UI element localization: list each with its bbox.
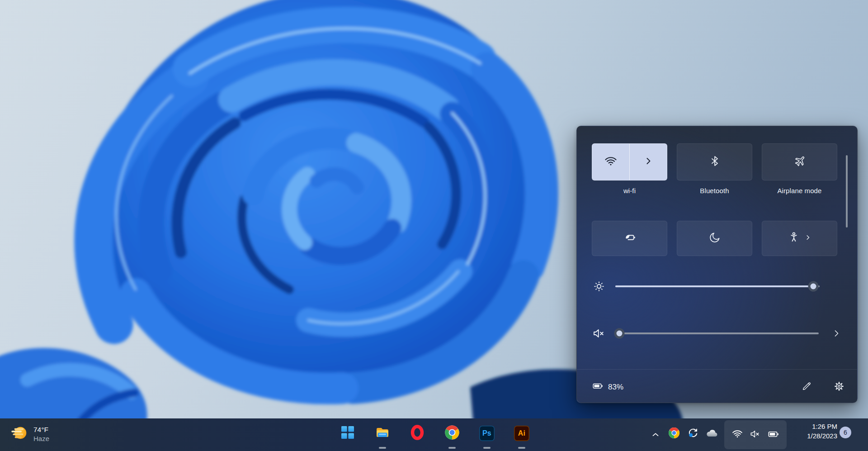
tray-wifi-icon [731, 428, 743, 442]
volume-output-chevron[interactable] [831, 328, 841, 340]
clock-time: 1:26 PM [807, 422, 837, 431]
windows-logo-icon [341, 426, 354, 441]
weather-widget[interactable]: 74°F Haze [11, 424, 49, 443]
night-light-tile[interactable] [677, 221, 752, 256]
wifi-icon [604, 154, 618, 170]
start-button[interactable] [338, 418, 358, 451]
taskbar-illustrator[interactable]: Ai [512, 418, 532, 451]
edit-quick-settings-button[interactable] [801, 381, 812, 392]
taskbar-photoshop[interactable]: Ps [477, 418, 497, 451]
photoshop-icon: Ps [479, 426, 495, 441]
panel-scrollbar[interactable] [846, 155, 848, 228]
chevron-right-icon [643, 156, 653, 168]
volume-thumb[interactable] [614, 328, 625, 339]
accessibility-tile[interactable] [762, 221, 837, 256]
running-indicator [448, 447, 456, 449]
tray-battery-icon [767, 428, 779, 442]
accessibility-expand-chevron[interactable] [804, 234, 811, 243]
accessibility-tile-content [788, 231, 811, 246]
opera-icon [410, 425, 425, 442]
taskbar-file-explorer[interactable] [373, 418, 392, 451]
airplane-icon [793, 154, 807, 170]
brightness-sun-icon [592, 280, 606, 295]
wifi-tile-label: wi-fi [592, 187, 667, 195]
tray-onedrive-cloud-icon[interactable] [705, 428, 719, 441]
settings-gear-button[interactable] [834, 381, 844, 392]
taskbar: 74°F Haze [0, 418, 868, 451]
battery-saver-icon [623, 231, 637, 246]
tray-quick-settings-button[interactable] [724, 420, 787, 449]
taskbar-app-row: Ps Ai [338, 418, 532, 451]
volume-track[interactable] [615, 332, 819, 334]
quick-settings-row-1 [592, 143, 837, 180]
tray-sync-icon[interactable] [687, 427, 699, 441]
taskbar-chrome[interactable] [442, 418, 462, 451]
night-light-icon [708, 231, 721, 246]
quick-settings-labels: wi-fi Bluetooth Airplane mode [592, 187, 837, 195]
brightness-thumb[interactable] [808, 281, 819, 292]
airplane-mode-tile-label: Airplane mode [762, 187, 837, 195]
bluetooth-icon [708, 155, 721, 169]
quick-settings-panel: wi-fi Bluetooth Airplane mode [576, 126, 858, 403]
wifi-toggle[interactable] [592, 144, 629, 180]
volume-slider [592, 325, 837, 342]
quick-settings-footer: 83% [577, 369, 857, 403]
brightness-slider [592, 278, 837, 294]
bluetooth-tile[interactable] [677, 143, 752, 180]
running-indicator [483, 447, 491, 449]
wifi-expand-chevron[interactable] [629, 144, 667, 180]
quick-settings-row-2 [592, 221, 837, 256]
battery-icon [592, 380, 604, 394]
battery-status[interactable]: 83% [592, 380, 623, 394]
notification-count-badge[interactable]: 6 [840, 427, 851, 438]
wifi-tile[interactable] [592, 143, 667, 180]
brightness-track[interactable] [615, 285, 820, 287]
desktop: wi-fi Bluetooth Airplane mode [0, 0, 868, 451]
volume-mute-icon[interactable] [592, 327, 606, 342]
weather-condition: Haze [33, 434, 49, 443]
weather-temperature: 74°F [33, 425, 49, 434]
weather-haze-sun-icon [11, 424, 28, 443]
accessibility-icon [788, 231, 800, 246]
tray-chrome-icon[interactable] [668, 427, 680, 441]
illustrator-icon: Ai [514, 426, 529, 441]
running-indicator [379, 447, 386, 449]
taskbar-opera[interactable] [407, 418, 427, 451]
clock[interactable]: 1:26 PM 1/28/2023 [807, 422, 837, 441]
clock-date: 1/28/2023 [807, 431, 837, 441]
file-explorer-icon [375, 425, 390, 442]
running-indicator [518, 447, 525, 449]
tray-volume-mute-icon [750, 428, 761, 442]
tray-chevron-up-button[interactable] [650, 429, 661, 442]
bluetooth-tile-label: Bluetooth [677, 187, 752, 195]
airplane-mode-tile[interactable] [762, 143, 837, 180]
battery-saver-tile[interactable] [592, 221, 667, 256]
weather-text: 74°F Haze [33, 425, 49, 443]
battery-percent-label: 83% [608, 383, 623, 392]
chrome-icon [444, 425, 460, 442]
